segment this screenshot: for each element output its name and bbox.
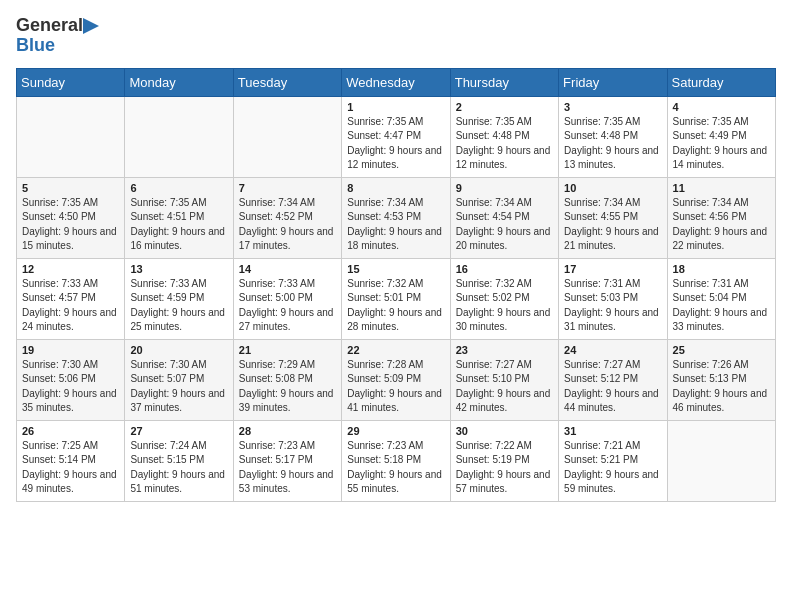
calendar-cell: 2Sunrise: 7:35 AMSunset: 4:48 PMDaylight…: [450, 96, 558, 177]
calendar-cell: 18Sunrise: 7:31 AMSunset: 5:04 PMDayligh…: [667, 258, 775, 339]
calendar-table: SundayMondayTuesdayWednesdayThursdayFrid…: [16, 68, 776, 502]
day-number: 14: [239, 263, 336, 275]
calendar-cell: 16Sunrise: 7:32 AMSunset: 5:02 PMDayligh…: [450, 258, 558, 339]
day-number: 7: [239, 182, 336, 194]
calendar-cell: 31Sunrise: 7:21 AMSunset: 5:21 PMDayligh…: [559, 420, 667, 501]
day-info: Sunrise: 7:25 AMSunset: 5:14 PMDaylight:…: [22, 439, 119, 497]
day-number: 19: [22, 344, 119, 356]
calendar-cell: 6Sunrise: 7:35 AMSunset: 4:51 PMDaylight…: [125, 177, 233, 258]
calendar-cell: 19Sunrise: 7:30 AMSunset: 5:06 PMDayligh…: [17, 339, 125, 420]
calendar-cell: 25Sunrise: 7:26 AMSunset: 5:13 PMDayligh…: [667, 339, 775, 420]
weekday-header-row: SundayMondayTuesdayWednesdayThursdayFrid…: [17, 68, 776, 96]
day-number: 8: [347, 182, 444, 194]
day-info: Sunrise: 7:35 AMSunset: 4:51 PMDaylight:…: [130, 196, 227, 254]
calendar-week-row: 1Sunrise: 7:35 AMSunset: 4:47 PMDaylight…: [17, 96, 776, 177]
logo-container: GeneralBlue: [16, 16, 99, 56]
day-number: 5: [22, 182, 119, 194]
calendar-cell: [233, 96, 341, 177]
day-number: 12: [22, 263, 119, 275]
weekday-header-tuesday: Tuesday: [233, 68, 341, 96]
page-header: GeneralBlue: [16, 16, 776, 56]
day-number: 27: [130, 425, 227, 437]
day-number: 2: [456, 101, 553, 113]
day-info: Sunrise: 7:31 AMSunset: 5:04 PMDaylight:…: [673, 277, 770, 335]
day-number: 10: [564, 182, 661, 194]
weekday-header-friday: Friday: [559, 68, 667, 96]
calendar-cell: 13Sunrise: 7:33 AMSunset: 4:59 PMDayligh…: [125, 258, 233, 339]
day-number: 13: [130, 263, 227, 275]
calendar-cell: 5Sunrise: 7:35 AMSunset: 4:50 PMDaylight…: [17, 177, 125, 258]
day-info: Sunrise: 7:35 AMSunset: 4:50 PMDaylight:…: [22, 196, 119, 254]
weekday-header-sunday: Sunday: [17, 68, 125, 96]
calendar-cell: 15Sunrise: 7:32 AMSunset: 5:01 PMDayligh…: [342, 258, 450, 339]
logo: GeneralBlue: [16, 16, 99, 56]
day-number: 31: [564, 425, 661, 437]
calendar-cell: 4Sunrise: 7:35 AMSunset: 4:49 PMDaylight…: [667, 96, 775, 177]
calendar-cell: [125, 96, 233, 177]
day-number: 16: [456, 263, 553, 275]
calendar-cell: 8Sunrise: 7:34 AMSunset: 4:53 PMDaylight…: [342, 177, 450, 258]
day-info: Sunrise: 7:24 AMSunset: 5:15 PMDaylight:…: [130, 439, 227, 497]
calendar-cell: 23Sunrise: 7:27 AMSunset: 5:10 PMDayligh…: [450, 339, 558, 420]
calendar-cell: 12Sunrise: 7:33 AMSunset: 4:57 PMDayligh…: [17, 258, 125, 339]
day-info: Sunrise: 7:33 AMSunset: 4:57 PMDaylight:…: [22, 277, 119, 335]
calendar-cell: 28Sunrise: 7:23 AMSunset: 5:17 PMDayligh…: [233, 420, 341, 501]
calendar-cell: 22Sunrise: 7:28 AMSunset: 5:09 PMDayligh…: [342, 339, 450, 420]
day-info: Sunrise: 7:30 AMSunset: 5:06 PMDaylight:…: [22, 358, 119, 416]
day-info: Sunrise: 7:21 AMSunset: 5:21 PMDaylight:…: [564, 439, 661, 497]
calendar-cell: 20Sunrise: 7:30 AMSunset: 5:07 PMDayligh…: [125, 339, 233, 420]
calendar-cell: 17Sunrise: 7:31 AMSunset: 5:03 PMDayligh…: [559, 258, 667, 339]
day-number: 22: [347, 344, 444, 356]
day-info: Sunrise: 7:22 AMSunset: 5:19 PMDaylight:…: [456, 439, 553, 497]
day-info: Sunrise: 7:29 AMSunset: 5:08 PMDaylight:…: [239, 358, 336, 416]
day-info: Sunrise: 7:35 AMSunset: 4:48 PMDaylight:…: [456, 115, 553, 173]
weekday-header-thursday: Thursday: [450, 68, 558, 96]
day-info: Sunrise: 7:33 AMSunset: 4:59 PMDaylight:…: [130, 277, 227, 335]
calendar-week-row: 5Sunrise: 7:35 AMSunset: 4:50 PMDaylight…: [17, 177, 776, 258]
day-info: Sunrise: 7:34 AMSunset: 4:53 PMDaylight:…: [347, 196, 444, 254]
day-number: 18: [673, 263, 770, 275]
day-number: 9: [456, 182, 553, 194]
weekday-header-wednesday: Wednesday: [342, 68, 450, 96]
day-number: 6: [130, 182, 227, 194]
day-info: Sunrise: 7:34 AMSunset: 4:56 PMDaylight:…: [673, 196, 770, 254]
day-info: Sunrise: 7:34 AMSunset: 4:52 PMDaylight:…: [239, 196, 336, 254]
day-number: 30: [456, 425, 553, 437]
calendar-cell: 30Sunrise: 7:22 AMSunset: 5:19 PMDayligh…: [450, 420, 558, 501]
calendar-cell: 3Sunrise: 7:35 AMSunset: 4:48 PMDaylight…: [559, 96, 667, 177]
day-number: 17: [564, 263, 661, 275]
day-info: Sunrise: 7:23 AMSunset: 5:18 PMDaylight:…: [347, 439, 444, 497]
day-info: Sunrise: 7:32 AMSunset: 5:01 PMDaylight:…: [347, 277, 444, 335]
day-number: 23: [456, 344, 553, 356]
day-number: 29: [347, 425, 444, 437]
day-number: 4: [673, 101, 770, 113]
day-number: 25: [673, 344, 770, 356]
day-info: Sunrise: 7:35 AMSunset: 4:48 PMDaylight:…: [564, 115, 661, 173]
calendar-cell: 10Sunrise: 7:34 AMSunset: 4:55 PMDayligh…: [559, 177, 667, 258]
day-info: Sunrise: 7:34 AMSunset: 4:55 PMDaylight:…: [564, 196, 661, 254]
day-info: Sunrise: 7:35 AMSunset: 4:47 PMDaylight:…: [347, 115, 444, 173]
calendar-cell: 11Sunrise: 7:34 AMSunset: 4:56 PMDayligh…: [667, 177, 775, 258]
calendar-cell: [667, 420, 775, 501]
day-info: Sunrise: 7:26 AMSunset: 5:13 PMDaylight:…: [673, 358, 770, 416]
day-number: 11: [673, 182, 770, 194]
calendar-cell: 24Sunrise: 7:27 AMSunset: 5:12 PMDayligh…: [559, 339, 667, 420]
day-info: Sunrise: 7:27 AMSunset: 5:12 PMDaylight:…: [564, 358, 661, 416]
day-number: 3: [564, 101, 661, 113]
svg-marker-0: [83, 18, 99, 34]
day-info: Sunrise: 7:28 AMSunset: 5:09 PMDaylight:…: [347, 358, 444, 416]
calendar-cell: [17, 96, 125, 177]
day-info: Sunrise: 7:27 AMSunset: 5:10 PMDaylight:…: [456, 358, 553, 416]
weekday-header-saturday: Saturday: [667, 68, 775, 96]
day-number: 21: [239, 344, 336, 356]
calendar-cell: 29Sunrise: 7:23 AMSunset: 5:18 PMDayligh…: [342, 420, 450, 501]
day-number: 15: [347, 263, 444, 275]
day-info: Sunrise: 7:23 AMSunset: 5:17 PMDaylight:…: [239, 439, 336, 497]
day-number: 24: [564, 344, 661, 356]
day-number: 28: [239, 425, 336, 437]
day-info: Sunrise: 7:30 AMSunset: 5:07 PMDaylight:…: [130, 358, 227, 416]
calendar-cell: 26Sunrise: 7:25 AMSunset: 5:14 PMDayligh…: [17, 420, 125, 501]
day-info: Sunrise: 7:35 AMSunset: 4:49 PMDaylight:…: [673, 115, 770, 173]
day-info: Sunrise: 7:33 AMSunset: 5:00 PMDaylight:…: [239, 277, 336, 335]
day-number: 1: [347, 101, 444, 113]
